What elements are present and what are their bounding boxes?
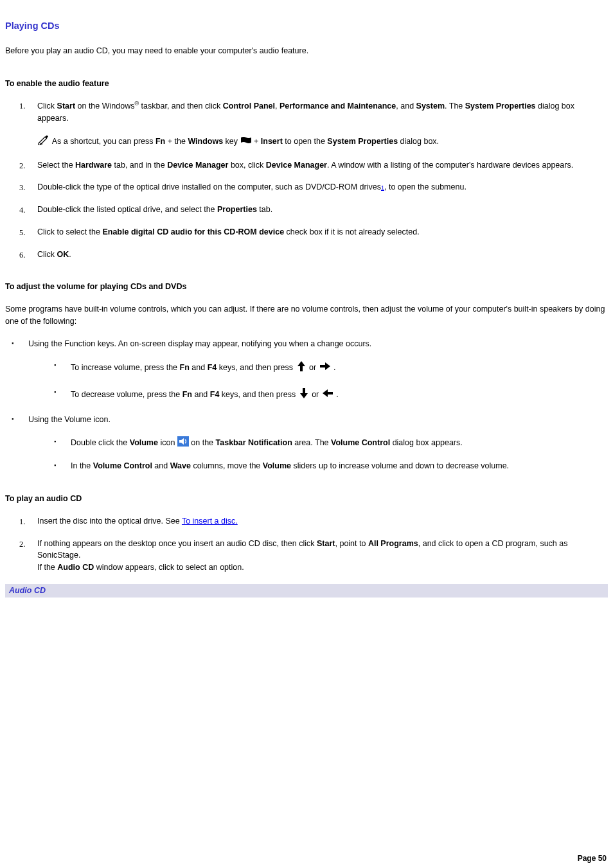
step-item: If nothing appears on the desktop once y… <box>24 538 608 574</box>
step-item: Insert the disc into the optical drive. … <box>24 515 608 527</box>
bold-text: Wave <box>170 461 191 470</box>
arrow-down-icon <box>298 387 310 403</box>
bold-text: Taskbar Notification <box>216 438 292 447</box>
bold-text: Fn <box>182 390 192 399</box>
adjust-volume-intro: Some programs have built-in volume contr… <box>5 303 608 328</box>
arrow-up-icon <box>296 360 307 376</box>
sub-bullet-item: Double click the Volume icon on the Task… <box>54 436 608 450</box>
figure-caption: Audio CD <box>5 584 608 598</box>
bold-text: System Properties <box>465 102 536 111</box>
bold-text: All Programs <box>368 539 418 548</box>
bold-text: Performance and Maintenance <box>280 102 396 111</box>
hyperlink[interactable]: To insert a disc. <box>182 517 238 526</box>
bullet-item: Using the Volume icon.Double click the V… <box>12 414 608 472</box>
bold-text: Device Manager <box>266 161 327 170</box>
bold-text: Volume Control <box>331 438 390 447</box>
step-item: Click OK. <box>24 249 608 261</box>
step-item: Select the Hardware tab, and in the Devi… <box>24 159 608 172</box>
sub-bullet-list: To increase volume, press the Fn and F4 … <box>28 360 608 403</box>
footnote-ref[interactable]: 1 <box>381 184 384 191</box>
superscript: ® <box>134 100 139 107</box>
page-title: Playing CDs <box>5 19 608 33</box>
play-cd-steps: Insert the disc into the optical drive. … <box>24 515 608 574</box>
bold-text: Properties <box>217 205 257 214</box>
bold-text: Enable digital CD audio for this CD-ROM … <box>102 227 284 236</box>
volume-tray-icon <box>177 436 189 450</box>
sub-bullet-item: To decrease volume, press the Fn and F4 … <box>54 387 608 403</box>
step-item: Click Start on the Windows® taskbar, and… <box>24 100 608 148</box>
enable-audio-heading: To enable the audio feature <box>5 78 608 90</box>
bold-text: System Properties <box>327 137 398 146</box>
bold-text: Volume Control <box>93 461 152 470</box>
sub-bullet-item: To increase volume, press the Fn and F4 … <box>54 360 608 376</box>
bold-text: Windows <box>188 137 223 146</box>
bold-text: Hardware <box>75 161 112 170</box>
play-cd-heading: To play an audio CD <box>5 493 608 505</box>
note-box: As a shortcut, you can press Fn + the Wi… <box>37 135 608 149</box>
bold-text: Fn <box>180 364 190 373</box>
bold-text: OK <box>57 250 69 259</box>
adjust-volume-heading: To adjust the volume for playing CDs and… <box>5 281 608 293</box>
bold-text: F4 <box>210 390 220 399</box>
enable-audio-steps: Click Start on the Windows® taskbar, and… <box>24 100 608 260</box>
note-icon <box>37 135 50 149</box>
bold-text: F4 <box>208 364 217 373</box>
bold-text: Control Panel <box>223 102 275 111</box>
sub-bullet-item: In the Volume Control and Wave columns, … <box>54 460 608 472</box>
adjust-volume-bullets: Using the Function keys. An on-screen di… <box>5 338 608 473</box>
bold-text: Insert <box>261 137 283 146</box>
step-item: Double-click the listed optical drive, a… <box>24 204 608 216</box>
bold-text: Volume <box>130 438 158 447</box>
bold-text: System <box>416 102 445 111</box>
bold-text: Audio CD <box>57 563 94 572</box>
arrow-right-icon <box>319 360 332 376</box>
bold-text: Device Manager <box>167 161 228 170</box>
bold-text: Start <box>317 539 335 548</box>
step-item: Double-click the type of the optical dri… <box>24 181 608 193</box>
sub-bullet-list: Double click the Volume icon on the Task… <box>28 436 608 473</box>
bold-text: Volume <box>263 461 291 470</box>
step-item: Click to select the Enable digital CD au… <box>24 226 608 238</box>
windows-key-icon <box>240 135 252 149</box>
intro-paragraph: Before you play an audio CD, you may nee… <box>5 45 608 57</box>
bold-text: Fn <box>155 137 165 146</box>
arrow-left-icon <box>321 387 334 403</box>
bold-text: Start <box>57 102 75 111</box>
bullet-item: Using the Function keys. An on-screen di… <box>12 338 608 403</box>
